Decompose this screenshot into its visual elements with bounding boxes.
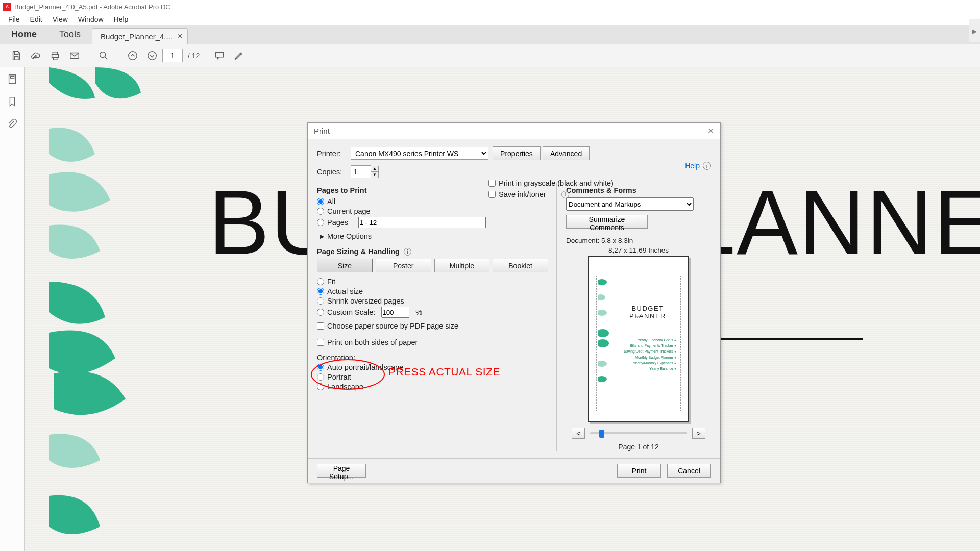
radio-fit-label: Fit [327, 278, 335, 286]
choose-paper-label: Choose paper source by PDF page size [327, 322, 458, 330]
svg-point-5 [598, 279, 607, 285]
page-sizing-info-icon[interactable]: i [404, 248, 411, 256]
radio-portrait-label: Portrait [327, 373, 351, 381]
print-button[interactable]: Print [617, 464, 661, 478]
svg-point-6 [598, 294, 605, 300]
radio-actual-size-label: Actual size [327, 287, 363, 295]
radio-portrait[interactable] [317, 373, 324, 381]
save-ink-info-icon[interactable]: i [561, 191, 569, 198]
seg-multiple-button[interactable]: Multiple [434, 259, 490, 272]
preview-slider[interactable] [590, 432, 687, 434]
preview-prev-button[interactable]: < [572, 428, 585, 439]
pages-to-print-heading: Pages to Print [317, 186, 548, 194]
advanced-button[interactable]: Advanced [543, 146, 590, 160]
radio-custom-scale[interactable] [317, 309, 324, 316]
annotation-text: PRESS ACTUAL SIZE [388, 366, 500, 378]
more-options-toggle[interactable]: ▶More Options [320, 232, 548, 240]
help-link[interactable]: Help [685, 162, 700, 170]
preview-list: Yearly Financial Goals Bills and Payment… [624, 337, 676, 371]
dialog-close-icon[interactable]: ✕ [707, 126, 714, 136]
radio-pages-label: Pages [327, 218, 348, 227]
custom-scale-pct: % [415, 308, 422, 316]
preview-next-button[interactable]: > [692, 428, 705, 439]
copies-up-icon[interactable]: ▲ [371, 166, 379, 172]
seg-poster-button[interactable]: Poster [376, 259, 431, 272]
radio-landscape-label: Landscape [327, 383, 363, 391]
print-dialog: Print ✕ Help i Printer: Canon MX490 seri… [307, 122, 721, 483]
radio-current-label: Current page [327, 207, 371, 215]
copies-down-icon[interactable]: ▼ [371, 172, 379, 178]
printer-select[interactable]: Canon MX490 series Printer WS [351, 147, 488, 160]
document-dimensions: Document: 5,8 x 8,3in [566, 237, 711, 244]
radio-all[interactable] [317, 198, 324, 205]
svg-point-9 [598, 339, 609, 347]
orientation-label: Orientation: [317, 354, 548, 362]
radio-auto-orient[interactable] [317, 364, 324, 371]
radio-actual-size[interactable] [317, 288, 324, 295]
properties-button[interactable]: Properties [493, 146, 541, 160]
chevron-right-icon: ▶ [320, 233, 324, 240]
radio-pages[interactable] [317, 219, 324, 226]
radio-shrink[interactable] [317, 297, 324, 305]
radio-all-label: All [327, 197, 335, 206]
custom-scale-input[interactable] [381, 307, 409, 318]
svg-point-10 [598, 361, 607, 367]
radio-shrink-label: Shrink oversized pages [327, 297, 404, 305]
radio-current-page[interactable] [317, 208, 324, 215]
cancel-button[interactable]: Cancel [667, 464, 711, 478]
both-sides-label: Print on both sides of paper [327, 338, 418, 346]
page-setup-button[interactable]: Page Setup... [317, 464, 366, 478]
svg-point-8 [598, 329, 609, 337]
preview-page-label: Page 1 of 12 [566, 443, 711, 451]
svg-point-7 [598, 310, 607, 316]
print-preview: BUDGET PLANNER for ________ Yearly Finan… [588, 256, 689, 422]
page-sizing-heading: Page Sizing & Handling [317, 247, 400, 256]
copies-input[interactable] [351, 165, 371, 178]
seg-size-button[interactable]: Size [317, 259, 373, 272]
radio-custom-scale-label: Custom Scale: [327, 308, 375, 316]
printer-label: Printer: [317, 149, 351, 158]
dialog-titlebar[interactable]: Print ✕ [308, 123, 720, 139]
preview-for: for ________ [618, 315, 677, 319]
summarize-comments-button[interactable]: Summarize Comments [566, 215, 648, 229]
svg-point-11 [598, 376, 607, 382]
radio-fit[interactable] [317, 278, 324, 285]
preview-slider-thumb[interactable] [599, 430, 604, 438]
pages-range-input[interactable] [358, 217, 486, 228]
radio-landscape[interactable] [317, 383, 324, 390]
choose-paper-checkbox[interactable] [317, 322, 324, 330]
copies-label: Copies: [317, 168, 351, 176]
dialog-overlay: Print ✕ Help i Printer: Canon MX490 seri… [0, 0, 980, 551]
seg-booklet-button[interactable]: Booklet [493, 259, 548, 272]
paper-dimensions: 8,27 x 11,69 Inches [566, 246, 711, 254]
dialog-title: Print [314, 127, 330, 135]
both-sides-checkbox[interactable] [317, 339, 324, 346]
help-info-icon[interactable]: i [703, 162, 711, 170]
